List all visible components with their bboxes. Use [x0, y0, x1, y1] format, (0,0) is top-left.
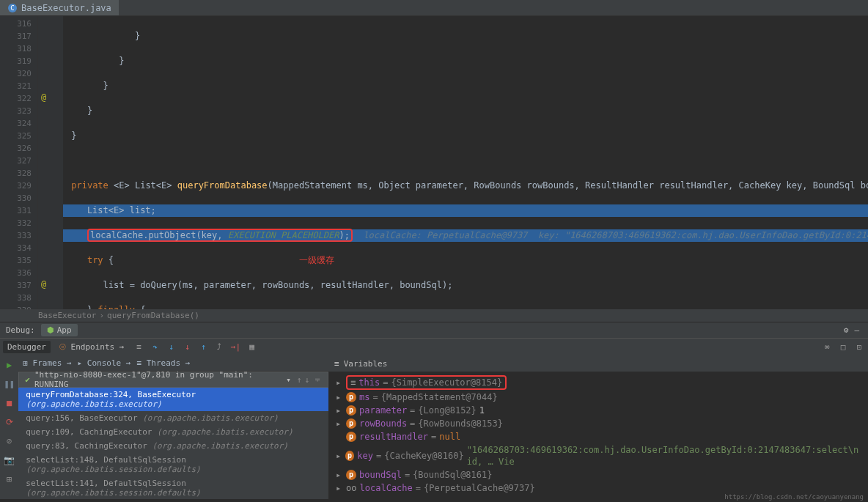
step-over-icon[interactable]: ↷ [149, 342, 161, 353]
threads-icon[interactable]: ≡ [133, 342, 144, 353]
var-boundsql[interactable]: ▸p boundSql = {BoundSql@8161} [328, 468, 868, 481]
stack-frame[interactable]: queryFromDatabase:324, BaseExecutor (org… [18, 388, 328, 411]
param-icon: p [346, 418, 356, 429]
gear-icon[interactable]: ⚙ [844, 325, 849, 335]
frames-tabs: ⊞ Frames → ▸ Console → ≡ Threads → [18, 355, 328, 372]
line-gutter: 316317318 319320321 322323324 325326327 … [0, 16, 38, 309]
console-tab[interactable]: ▸ Console → [78, 358, 131, 368]
prev-frame-icon[interactable]: ↑ [297, 375, 302, 385]
svg-text:C: C [10, 4, 14, 12]
var-resulthandler[interactable]: p resultHandler = null [328, 430, 868, 443]
expand-icon[interactable]: ▸ [336, 377, 343, 388]
breakpoint-gutter[interactable]: @ @ [38, 16, 53, 309]
filter-icon[interactable]: ⫧ [314, 375, 322, 385]
drop-frame-icon[interactable]: ⤴ [213, 342, 225, 353]
frames-tab[interactable]: ⊞ Frames → [23, 358, 71, 368]
stack-frame[interactable]: selectList:148, DefaultSqlSession (org.a… [18, 453, 328, 476]
fold-column[interactable] [53, 16, 63, 309]
object-icon: ≡ [350, 377, 356, 388]
variables-tree[interactable]: ▸ ≡ this = {SimpleExecutor@8154} ▸p ms =… [328, 372, 868, 499]
reload-icon[interactable]: ⟳ [6, 417, 13, 427]
debug-label: Debug: [6, 325, 35, 335]
debug-toolbar: Debugger ⦾ Endpoints → ≡ ↷ ↓ ↓ ↑ ⤴ →| ▦ … [0, 338, 868, 355]
force-step-into-icon[interactable]: ↓ [181, 342, 193, 353]
inline-hint: localCache: PerpetualCache@9737 key: "16… [363, 230, 868, 240]
frame-list[interactable]: queryFromDatabase:324, BaseExecutor (org… [18, 388, 328, 499]
debug-rail: ▶ ❚❚ ■ ⟳ ⊘ 📷 ⊞ [0, 355, 18, 499]
watermark: https://blog.csdn.net/caoyuanyenang [724, 493, 864, 501]
stack-frame[interactable]: selectList:141, DefaultSqlSession (org.a… [18, 476, 328, 499]
endpoints-icon: ⦾ [59, 342, 66, 352]
breadcrumb: BaseExecutor › queryFromDatabase() [0, 309, 868, 322]
thread-selector[interactable]: ✔ "http-nio-8080-exec-1"@7,810 in group … [18, 372, 328, 388]
chevron-right-icon: › [99, 311, 104, 320]
java-class-icon: C [7, 3, 18, 13]
param-icon: p [346, 470, 356, 480]
stack-frame[interactable]: query:109, CachingExecutor (org.apache.i… [18, 425, 328, 439]
resume-icon[interactable]: ▶ [7, 360, 12, 370]
next-frame-icon[interactable]: ↓ [304, 375, 309, 385]
debug-header: Debug: ⬢ App ⚙ — [0, 322, 868, 338]
file-tab[interactable]: C BaseExecutor.java [0, 0, 119, 15]
param-icon: p [346, 405, 356, 416]
tab-filename: BaseExecutor.java [21, 3, 111, 13]
var-this[interactable]: ▸ ≡ this = {SimpleExecutor@8154} [328, 374, 868, 391]
breadcrumb-class[interactable]: BaseExecutor [38, 311, 96, 320]
evaluate-icon[interactable]: ▦ [246, 342, 257, 353]
variables-header: ≡ Variables [328, 355, 868, 372]
run-to-cursor-icon[interactable]: →| [229, 342, 241, 353]
view-breakpoints-icon[interactable]: ⊘ [7, 436, 12, 446]
param-icon: p [346, 432, 356, 442]
breadcrumb-method[interactable]: queryFromDatabase() [107, 311, 199, 320]
stack-frame[interactable]: query:83, CachingExecutor (org.apache.ib… [18, 439, 328, 453]
threads-tab[interactable]: ≡ Threads → [136, 358, 190, 368]
code-area[interactable]: } } } } } private <E> List<E> queryFromD… [63, 16, 868, 309]
stack-frame[interactable]: query:156, BaseExecutor (org.apache.ibat… [18, 411, 328, 425]
endpoints-tab[interactable]: ⦾ Endpoints → [55, 341, 128, 353]
param-icon: p [346, 392, 356, 402]
minimize-icon[interactable]: — [854, 325, 859, 335]
step-into-icon[interactable]: ↓ [165, 342, 177, 353]
variables-pane: ≡ Variables ▸ ≡ this = {SimpleExecutor@8… [328, 355, 868, 499]
var-parameter[interactable]: ▸p parameter = {Long@8152} 1 [328, 404, 868, 417]
debug-panes: ▶ ❚❚ ■ ⟳ ⊘ 📷 ⊞ ⊞ Frames → ▸ Console → ≡ … [0, 355, 868, 499]
bug-icon: ⬢ [47, 325, 54, 335]
camera-icon[interactable]: 📷 [4, 455, 15, 465]
at-annotation-icon: @ [41, 279, 46, 289]
var-key[interactable]: ▸p key = {CacheKey@8160} "1646268703:469… [328, 443, 868, 468]
layout-icon[interactable]: ⊞ [7, 474, 12, 484]
variables-icon: ≡ [334, 359, 339, 369]
check-icon: ✔ [25, 375, 30, 385]
infinity-icon: oo [346, 482, 356, 494]
debug-app[interactable]: ⬢ App [41, 324, 78, 336]
stop-icon[interactable]: ■ [7, 398, 12, 408]
code-editor[interactable]: 316317318 319320321 322323324 325326327 … [0, 16, 868, 309]
pause-icon[interactable]: ❚❚ [4, 379, 14, 389]
param-icon: p [345, 451, 354, 461]
step-out-icon[interactable]: ↑ [197, 342, 209, 353]
dropdown-icon: ▾ [286, 375, 291, 385]
var-ms[interactable]: ▸p ms = {MappedStatement@7044} [328, 391, 868, 404]
pin-icon[interactable]: ⊡ [853, 342, 865, 353]
var-rowbounds[interactable]: ▸p rowBounds = {RowBounds@8153} [328, 417, 868, 430]
settings-icon[interactable]: □ [837, 342, 849, 353]
link-icon[interactable]: ∞ [821, 342, 833, 353]
cache-annotation: 一级缓存 [299, 255, 334, 265]
editor-tabs: C BaseExecutor.java [0, 0, 868, 16]
at-annotation-icon: @ [41, 92, 46, 103]
frames-pane: ⊞ Frames → ▸ Console → ≡ Threads → ✔ "ht… [18, 355, 328, 499]
debugger-tab[interactable]: Debugger [3, 341, 51, 353]
